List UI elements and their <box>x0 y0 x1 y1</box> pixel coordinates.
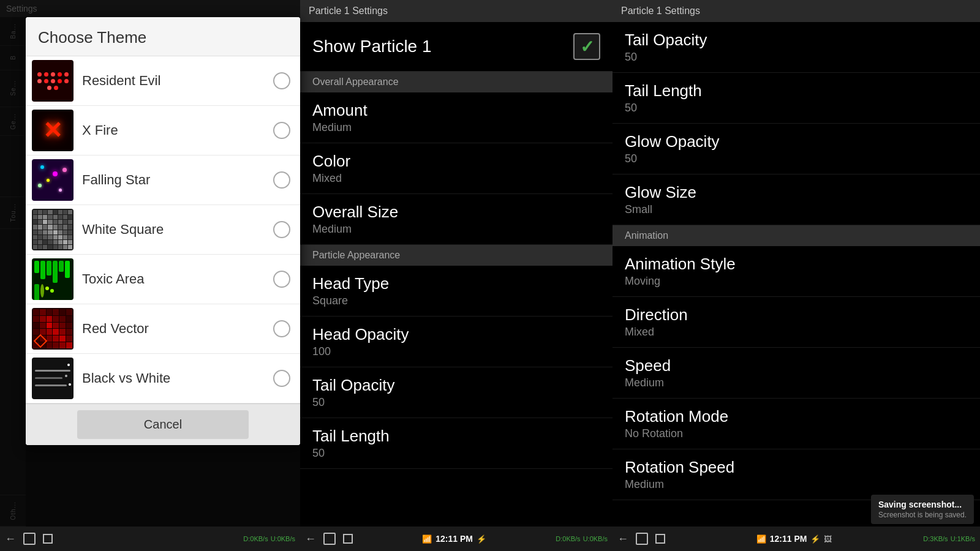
wifi-right: ⚡ <box>810 534 820 544</box>
home-button-mid[interactable] <box>323 533 336 545</box>
direction-value: Mixed <box>625 326 968 339</box>
tail-opacity-mid-label: Tail Opacity <box>312 376 600 395</box>
middle-panel-header-text: Particle 1 Settings <box>309 6 388 17</box>
tail-length-mid-row[interactable]: Tail Length 50 <box>300 418 612 469</box>
wifi-mid: ⚡ <box>477 534 486 544</box>
tail-opacity-value: 50 <box>625 51 968 64</box>
data-rate-u-right: U:1KB/s <box>951 535 975 542</box>
overall-size-row[interactable]: Overall Size Medium <box>300 194 612 245</box>
glow-size-row[interactable]: Glow Size Small <box>612 174 980 225</box>
theme-item-x-fire[interactable]: ✕ X Fire <box>26 106 300 156</box>
right-panel: Particle 1 Settings Tail Opacity 50 Tail… <box>612 0 980 527</box>
animation-style-row[interactable]: Animation Style Moving <box>612 246 980 297</box>
recents-button-right[interactable] <box>655 534 665 544</box>
signal-group-mid: D:0KB/s U:0KB/s <box>556 535 608 542</box>
rotation-mode-row[interactable]: Rotation Mode No Rotation <box>612 399 980 449</box>
theme-name-falling-star: Falling Star <box>82 172 273 188</box>
theme-name-toxic-area: Toxic Area <box>82 271 273 287</box>
tail-length-mid-label: Tail Length <box>312 427 600 446</box>
tail-opacity-label: Tail Opacity <box>625 31 968 50</box>
color-label: Color <box>312 152 600 171</box>
theme-radio-white-square[interactable] <box>273 221 290 238</box>
speed-row[interactable]: Speed Medium <box>612 348 980 399</box>
choose-theme-dialog: Choose Theme <box>26 17 300 445</box>
time-mid: 12:11 PM <box>435 534 473 544</box>
direction-label: Direction <box>625 305 968 324</box>
theme-radio-falling-star[interactable] <box>273 171 290 189</box>
dialog-title-bar: Choose Theme <box>26 17 300 56</box>
theme-list: Resident Evil ✕ X Fire <box>26 56 300 403</box>
right-panel-header-text: Particle 1 Settings <box>621 6 700 17</box>
signal-icon-right: 📶 <box>756 534 766 544</box>
theme-thumb-falling-star <box>32 159 74 201</box>
back-button-right[interactable]: ← <box>617 533 628 545</box>
tail-opacity-mid-row[interactable]: Tail Opacity 50 <box>300 367 612 418</box>
data-rate-d-right: D:3KB/s <box>923 535 948 542</box>
screenshot-toast: Saving screenshot... Screenshot is being… <box>871 495 974 524</box>
rotation-speed-label: Rotation Speed <box>625 458 968 477</box>
glow-size-value: Small <box>625 203 968 216</box>
dialog-actions: Cancel <box>26 403 300 445</box>
status-bar-right: ← 📶 12:11 PM ⚡ 🖼 D:3KB/s U:1KB/s <box>612 527 980 551</box>
theme-name-x-fire: X Fire <box>82 122 273 138</box>
time-right: 12:11 PM <box>770 534 807 544</box>
theme-item-red-vector[interactable]: Red Vector <box>26 304 300 354</box>
signal-group-right: D:3KB/s U:1KB/s <box>923 535 975 542</box>
screenshot-icon: 🖼 <box>824 534 832 544</box>
rotation-speed-value: Medium <box>625 478 968 491</box>
back-button-left[interactable]: ← <box>5 533 16 545</box>
amount-row[interactable]: Amount Medium <box>300 92 612 143</box>
theme-item-bvw[interactable]: Black vs White <box>26 354 300 403</box>
right-panel-header: Particle 1 Settings <box>612 0 980 22</box>
data-rate-u-mid: U:0KB/s <box>583 535 608 542</box>
theme-radio-toxic-area[interactable] <box>273 271 290 288</box>
theme-item-resident-evil[interactable]: Resident Evil <box>26 56 300 106</box>
status-bar-mid: ← 📶 12:11 PM ⚡ D:0KB/s U:0KB/s <box>300 527 612 551</box>
theme-thumb-red-vector <box>32 308 74 350</box>
nav-group-left: ← <box>5 533 53 545</box>
particle-appearance-label: Particle Appearance <box>312 250 400 260</box>
theme-radio-x-fire[interactable] <box>273 122 290 139</box>
recents-button-mid[interactable] <box>343 534 353 544</box>
animation-section-label: Animation <box>625 230 668 241</box>
data-rate-u-left: U:0KB/s <box>271 535 295 542</box>
right-status-center: 📶 12:11 PM ⚡ 🖼 <box>756 534 832 544</box>
animation-section-header: Animation <box>612 225 980 246</box>
theme-name-red-vector: Red Vector <box>82 321 273 337</box>
theme-radio-resident-evil[interactable] <box>273 72 290 89</box>
glow-opacity-row[interactable]: Glow Opacity 50 <box>612 124 980 174</box>
theme-item-falling-star[interactable]: Falling Star <box>26 156 300 205</box>
theme-radio-red-vector[interactable] <box>273 320 290 337</box>
tail-length-label: Tail Length <box>625 81 968 100</box>
speed-label: Speed <box>625 356 968 375</box>
show-particle-row[interactable]: Show Particle 1 ✓ <box>300 22 612 72</box>
tail-length-row[interactable]: Tail Length 50 <box>612 73 980 124</box>
particle-appearance-header: Particle Appearance <box>300 245 612 266</box>
theme-thumb-resident-evil <box>32 60 74 102</box>
checkmark-icon: ✓ <box>580 37 594 57</box>
show-particle-checkbox[interactable]: ✓ <box>573 33 600 60</box>
amount-value: Medium <box>312 121 600 134</box>
recents-button-left[interactable] <box>43 534 53 544</box>
middle-panel: Particle 1 Settings Show Particle 1 ✓ Ov… <box>300 0 612 527</box>
rotation-speed-row[interactable]: Rotation Speed Medium <box>612 449 980 500</box>
theme-item-toxic-area[interactable]: Toxic Area <box>26 255 300 304</box>
middle-panel-header: Particle 1 Settings <box>300 0 612 22</box>
head-opacity-row[interactable]: Head Opacity 100 <box>300 317 612 367</box>
toast-title: Saving screenshot... <box>878 500 967 509</box>
glow-opacity-value: 50 <box>625 152 968 165</box>
theme-item-white-square[interactable]: White Square <box>26 205 300 255</box>
tail-length-value: 50 <box>625 102 968 114</box>
direction-row[interactable]: Direction Mixed <box>612 297 980 348</box>
head-type-row[interactable]: Head Type Square <box>300 266 612 317</box>
back-button-mid[interactable]: ← <box>305 533 316 545</box>
theme-thumb-x-fire: ✕ <box>32 110 74 151</box>
theme-thumb-bvw <box>32 358 74 399</box>
home-button-left[interactable] <box>23 533 36 545</box>
tail-opacity-row[interactable]: Tail Opacity 50 <box>612 22 980 73</box>
color-row[interactable]: Color Mixed <box>300 143 612 194</box>
glow-opacity-label: Glow Opacity <box>625 132 968 151</box>
cancel-button[interactable]: Cancel <box>77 410 249 439</box>
theme-radio-bvw[interactable] <box>273 370 290 387</box>
home-button-right[interactable] <box>636 533 648 545</box>
